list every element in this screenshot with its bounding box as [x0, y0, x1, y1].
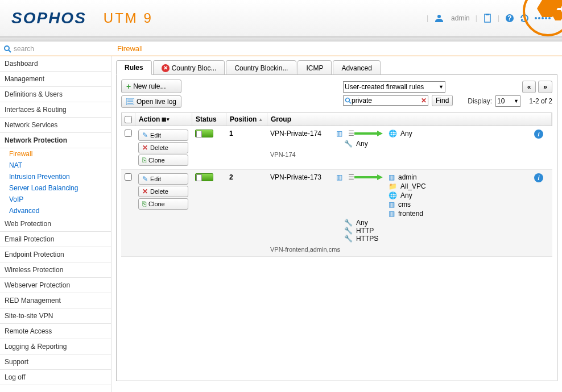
- sidebar-subitem[interactable]: NAT: [0, 160, 111, 171]
- open-live-log-button[interactable]: Open live log: [121, 95, 181, 108]
- rule-description: VPN-frontend,admin,cms: [270, 246, 549, 253]
- global-search[interactable]: search: [0, 43, 111, 55]
- breadcrumb: Firewall: [111, 44, 148, 53]
- source-label: VPN-Private-173: [270, 173, 333, 181]
- sub-bar: search Firewall: [0, 41, 562, 56]
- sidebar-subitem[interactable]: Intrusion Prevention: [0, 171, 111, 182]
- sidebar-item[interactable]: RED Management: [0, 293, 111, 308]
- clone-button[interactable]: ⎘Clone: [138, 155, 188, 166]
- tab[interactable]: Country Blockin...: [226, 60, 296, 75]
- sidebar-item[interactable]: Logging & Reporting: [0, 339, 111, 355]
- sidebar-item[interactable]: Remote Access: [0, 324, 111, 339]
- tab[interactable]: Advanced: [333, 60, 380, 75]
- sidebar-item[interactable]: Support: [0, 355, 111, 370]
- delete-icon: ✕: [142, 144, 148, 152]
- globe-icon: 🌐: [389, 191, 397, 199]
- col-position[interactable]: Position▲: [226, 113, 267, 126]
- source-label: VPN-Private-174: [270, 130, 333, 137]
- status-toggle[interactable]: [195, 130, 213, 137]
- find-button[interactable]: Find: [432, 95, 453, 106]
- sidebar: DashboardManagementDefinitions & UsersIn…: [0, 56, 111, 392]
- arrow-icon: [354, 175, 383, 180]
- sidebar-item[interactable]: Interfaces & Routing: [0, 102, 111, 118]
- search-icon: [3, 45, 11, 53]
- stack-icon: ☰: [348, 130, 354, 137]
- search-icon: [345, 97, 352, 104]
- clipboard-icon[interactable]: [483, 14, 492, 23]
- edit-icon: ✎: [142, 175, 148, 183]
- rule-row: ✎Edit✕Delete⎘Clone2VPN-Private-173▥☰▥adm…: [121, 170, 552, 257]
- tab[interactable]: ✕Country Bloc...: [153, 60, 225, 75]
- row-checkbox[interactable]: [125, 173, 132, 181]
- user-icon: [434, 14, 445, 23]
- edit-button[interactable]: ✎Edit: [138, 173, 188, 185]
- plus-icon: +: [126, 82, 131, 91]
- rules-table-header: Action ▦▾ Status Position▲ Group: [121, 112, 552, 126]
- dest-label: cms: [398, 201, 411, 208]
- service-icon: 🔧: [344, 219, 353, 227]
- sidebar-item[interactable]: Endpoint Protection: [0, 247, 111, 262]
- sidebar-subitem[interactable]: Advanced: [0, 205, 111, 216]
- position-value: 2: [226, 172, 267, 254]
- clone-icon: ⎘: [142, 156, 146, 164]
- hex-logo: [499, 0, 562, 40]
- col-group[interactable]: Group: [267, 113, 552, 126]
- new-rule-button[interactable]: +New rule...: [121, 80, 181, 93]
- main-panel: Rules✕Country Bloc...Country Blockin...I…: [111, 56, 562, 392]
- edit-button[interactable]: ✎Edit: [138, 130, 188, 141]
- clone-button[interactable]: ⎘Clone: [138, 198, 188, 210]
- delete-button[interactable]: ✕Delete: [138, 186, 188, 197]
- sidebar-item[interactable]: Log off: [0, 370, 111, 385]
- username[interactable]: admin: [451, 14, 470, 22]
- rules-panel: +New rule... Open live log User-created …: [116, 74, 557, 381]
- product-name: UTM 9: [104, 10, 153, 26]
- sidebar-subitem[interactable]: Server Load Balancing: [0, 182, 111, 194]
- sidebar-item[interactable]: Web Protection: [0, 216, 111, 232]
- service-icon: 🔧: [344, 227, 353, 235]
- service-label: HTTP: [356, 227, 374, 235]
- rule-search-input[interactable]: [352, 97, 421, 105]
- sidebar-item[interactable]: Management: [0, 72, 111, 87]
- sidebar-item[interactable]: Definitions & Users: [0, 87, 111, 102]
- pager-next-button[interactable]: »: [538, 81, 552, 93]
- col-status[interactable]: Status: [192, 113, 226, 126]
- info-icon[interactable]: i: [534, 173, 543, 182]
- info-icon[interactable]: i: [534, 130, 543, 139]
- rule-row: ✎Edit✕Delete⎘Clone1VPN-Private-174▥☰🌐Any…: [121, 126, 552, 170]
- header-divider: [0, 37, 562, 41]
- stack-icon: ☰: [348, 173, 354, 181]
- status-toggle[interactable]: [195, 173, 213, 181]
- rule-filter-select[interactable]: User-created firewall rules▼: [343, 81, 445, 93]
- delete-button[interactable]: ✕Delete: [138, 142, 188, 153]
- tab-strip: Rules✕Country Bloc...Country Blockin...I…: [116, 60, 557, 74]
- sidebar-item[interactable]: Email Protection: [0, 232, 111, 247]
- rule-search-field[interactable]: ✕: [343, 95, 428, 106]
- sidebar-item[interactable]: Dashboard: [0, 56, 111, 72]
- svg-point-14: [345, 98, 349, 102]
- clear-search-icon[interactable]: ✕: [421, 97, 427, 105]
- page-size-select[interactable]: 10▼: [495, 95, 520, 107]
- edit-icon: ✎: [142, 131, 148, 139]
- rules-table-body: ✎Edit✕Delete⎘Clone1VPN-Private-174▥☰🌐Any…: [121, 126, 552, 257]
- sidebar-item[interactable]: Site-to-site VPN: [0, 308, 111, 324]
- svg-point-8: [5, 46, 9, 51]
- dest-label: frontend: [398, 210, 423, 218]
- row-checkbox[interactable]: [125, 130, 132, 137]
- sidebar-item[interactable]: Webserver Protection: [0, 278, 111, 293]
- sidebar-subitem[interactable]: Firewall: [0, 148, 111, 160]
- select-all-checkbox[interactable]: [125, 116, 132, 123]
- col-action[interactable]: Action ▦▾: [135, 113, 192, 126]
- sidebar-item[interactable]: Wireless Protection: [0, 262, 111, 278]
- service-icon: 🔧: [344, 140, 353, 148]
- pager-prev-button[interactable]: «: [522, 81, 536, 93]
- svg-line-9: [9, 50, 11, 52]
- tab[interactable]: Rules: [116, 60, 152, 75]
- dest-label: All_VPC: [400, 182, 426, 190]
- svg-line-15: [349, 102, 351, 103]
- sidebar-subitem[interactable]: VoIP: [0, 194, 111, 205]
- sidebar-item[interactable]: Network Protection: [0, 133, 111, 148]
- sidebar-item[interactable]: Network Services: [0, 118, 111, 133]
- record-count: 1-2 of 2: [524, 97, 552, 105]
- tab[interactable]: ICMP: [297, 60, 332, 75]
- blocked-icon: ✕: [162, 64, 170, 72]
